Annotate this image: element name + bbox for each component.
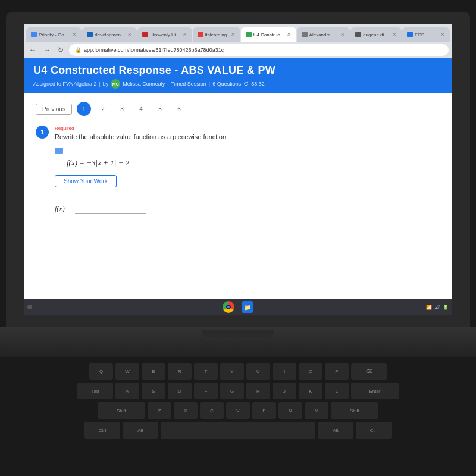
- page-number-4[interactable]: 4: [134, 102, 148, 116]
- tab-label: FCS: [415, 32, 424, 37]
- key-alt-right[interactable]: Alt: [318, 422, 353, 439]
- key-tab[interactable]: Tab: [77, 383, 113, 399]
- tab-u4-active[interactable]: U4 Constructe... ✕: [241, 27, 296, 42]
- tab-label: itslearning: [205, 32, 227, 37]
- forward-button[interactable]: →: [42, 45, 52, 55]
- key-row-1: Q W E R T Y U I O P ⌫: [24, 363, 452, 380]
- key-c[interactable]: C: [200, 402, 224, 419]
- tab-alexandra[interactable]: Alexandra Fo... ✕: [297, 27, 350, 42]
- files-taskbar-icon[interactable]: 📁: [242, 301, 253, 313]
- key-v[interactable]: V: [226, 402, 250, 419]
- answer-area: f(x) =: [55, 204, 440, 214]
- tab-heavenly[interactable]: Heavenly Hist... ✕: [137, 27, 192, 42]
- page-number-5[interactable]: 5: [153, 102, 167, 116]
- required-label: Required: [55, 126, 440, 131]
- tab-close-icon[interactable]: ✕: [287, 32, 292, 37]
- page-number-1[interactable]: 1: [77, 102, 91, 116]
- format-icon[interactable]: [55, 148, 63, 154]
- pagination-row: Previous 1 2 3 4 5 6: [36, 102, 440, 116]
- tab-close-icon[interactable]: ✕: [392, 32, 397, 37]
- key-b[interactable]: B: [252, 402, 276, 419]
- key-m[interactable]: M: [305, 402, 328, 419]
- key-space[interactable]: [161, 422, 315, 439]
- pipe-divider-3: |: [209, 81, 210, 87]
- key-q[interactable]: Q: [89, 363, 113, 380]
- chrome-inner: [226, 305, 231, 309]
- page-title: U4 Constructed Response - ABS VALUE & PW: [33, 64, 443, 77]
- answer-input-line[interactable]: [75, 204, 146, 214]
- key-ctrl[interactable]: Ctrl: [84, 422, 120, 439]
- question-body: Required Rewrite the absolute value func…: [55, 126, 440, 214]
- key-e[interactable]: E: [142, 363, 165, 380]
- page-number-2[interactable]: 2: [96, 102, 110, 116]
- key-n[interactable]: N: [278, 402, 302, 419]
- key-y[interactable]: Y: [220, 363, 244, 380]
- battery-icon: 🔋: [443, 305, 449, 310]
- taskbar-center: 📁: [223, 301, 253, 313]
- key-l[interactable]: L: [325, 383, 349, 399]
- key-shift-right[interactable]: Shift: [331, 402, 378, 419]
- key-u[interactable]: U: [246, 363, 270, 380]
- page-number-3[interactable]: 3: [115, 102, 129, 116]
- key-row-2: Tab A S D F G H J K L Enter: [24, 383, 452, 399]
- tab-label: Alexandra Fo...: [309, 32, 339, 37]
- chrome-taskbar-icon[interactable]: [223, 301, 234, 313]
- address-bar[interactable]: 🔒 app.formative.com/formatives/61f7fed78…: [69, 44, 449, 56]
- math-formula: f(x) = −3|x + 1| − 2: [67, 158, 440, 168]
- key-ctrl-right[interactable]: Ctrl: [356, 422, 392, 439]
- key-r[interactable]: R: [168, 363, 192, 380]
- tab-close-icon[interactable]: ✕: [340, 32, 345, 37]
- key-k[interactable]: K: [299, 383, 322, 399]
- key-f[interactable]: F: [194, 383, 218, 399]
- tab-eugene[interactable]: eugene dibs... ✕: [350, 27, 402, 42]
- refresh-button[interactable]: ↻: [56, 45, 65, 55]
- key-i[interactable]: I: [273, 363, 296, 380]
- key-z[interactable]: Z: [148, 402, 171, 419]
- page-content: U4 Constructed Response - ABS VALUE & PW…: [24, 58, 452, 315]
- key-backspace[interactable]: ⌫: [351, 363, 387, 380]
- show-work-button[interactable]: Show Your Work: [55, 175, 117, 187]
- tab-itslearning[interactable]: itslearning ✕: [193, 27, 240, 42]
- answer-prefix: f(x) =: [55, 205, 71, 214]
- formative-meta: Assigned to FVA Algebra 2 | by MC Meliss…: [33, 79, 443, 89]
- tab-fcs[interactable]: FCS ✕: [402, 27, 450, 42]
- key-shift-left[interactable]: Shift: [98, 402, 145, 419]
- tab-close-icon[interactable]: ✕: [231, 32, 236, 37]
- key-j[interactable]: J: [273, 383, 296, 399]
- key-p[interactable]: P: [325, 363, 349, 380]
- key-alt[interactable]: Alt: [123, 422, 158, 439]
- tab-label: eugene dibs...: [363, 32, 390, 37]
- tab-favicon: [246, 32, 252, 37]
- key-enter[interactable]: Enter: [351, 383, 399, 399]
- tab-close-icon[interactable]: ✕: [183, 32, 187, 37]
- tab-favicon: [302, 32, 308, 37]
- taskbar: 📁 📶 🔊 🔋: [24, 299, 452, 315]
- key-g[interactable]: G: [220, 383, 244, 399]
- key-o[interactable]: O: [299, 363, 322, 380]
- question-text: Rewrite the absolute value function as a…: [55, 133, 440, 142]
- session-type: Timed Session: [171, 81, 206, 87]
- teacher-name: Melissa Connealy: [123, 81, 165, 87]
- key-w[interactable]: W: [115, 363, 139, 380]
- key-d[interactable]: D: [168, 383, 192, 399]
- tab-close-icon[interactable]: ✕: [72, 32, 77, 37]
- tab-close-icon[interactable]: ✕: [127, 32, 132, 37]
- tab-priority[interactable]: Priority - Goog... ✕: [26, 27, 82, 42]
- previous-button[interactable]: Previous: [36, 104, 72, 115]
- key-s[interactable]: S: [142, 383, 165, 399]
- key-h[interactable]: H: [246, 383, 270, 399]
- laptop-base: [0, 327, 476, 357]
- question-badge: 1: [36, 126, 49, 139]
- back-button[interactable]: ←: [27, 45, 38, 55]
- key-t[interactable]: T: [194, 363, 218, 380]
- pipe-divider: |: [99, 81, 100, 87]
- key-x[interactable]: X: [174, 402, 198, 419]
- tab-label: Heavenly Hist...: [150, 32, 180, 37]
- tab-favicon: [87, 32, 93, 37]
- timer-display: 33:32: [251, 81, 265, 87]
- key-a[interactable]: A: [115, 383, 139, 399]
- tab-development[interactable]: developmenta... ✕: [82, 27, 137, 42]
- page-number-6[interactable]: 6: [172, 102, 186, 116]
- taskbar-left-indicator: [27, 305, 32, 309]
- tab-close-icon[interactable]: ✕: [440, 32, 445, 37]
